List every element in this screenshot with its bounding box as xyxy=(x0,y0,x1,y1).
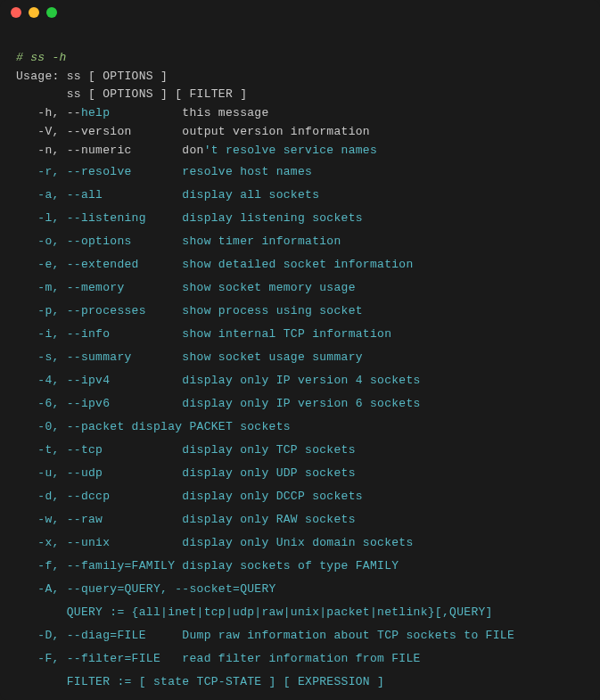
option-all: -a, --all display all sockets xyxy=(16,188,319,202)
option-raw: -w, --raw display only RAW sockets xyxy=(16,513,356,526)
usage-line-1: Usage: ss [ OPTIONS ] xyxy=(16,70,168,83)
option-help: -h, --help this message xyxy=(16,106,269,119)
option-info: -i, --info show internal TCP information xyxy=(16,327,391,341)
option-listening: -l, --listening display listening socket… xyxy=(16,211,363,225)
option-query-def: QUERY := {all|inet|tcp|udp|raw|unix|pack… xyxy=(16,605,493,619)
option-dccp: -d, --dccp display only DCCP sockets xyxy=(16,490,363,503)
option-summary: -s, --summary show socket usage summary xyxy=(16,350,363,364)
option-udp: -u, --udp display only UDP sockets xyxy=(16,466,356,480)
terminal-output: # ss -h Usage: ss [ OPTIONS ] ss [ OPTIO… xyxy=(0,25,600,700)
option-memory: -m, --memory show socket memory usage xyxy=(16,281,356,294)
option-filter-def: FILTER := [ state TCP-STATE ] [ EXPRESSI… xyxy=(16,675,384,688)
option-options: -o, --options show timer information xyxy=(16,235,341,248)
option-query: -A, --query=QUERY, --socket=QUERY xyxy=(16,582,276,596)
option-resolve: -r, --resolve resolve host names xyxy=(16,165,312,178)
option-ipv6: -6, --ipv6 display only IP version 6 soc… xyxy=(16,397,421,410)
option-family: -f, --family=FAMILY display sockets of t… xyxy=(16,559,399,572)
option-processes: -p, --processes show process using socke… xyxy=(16,304,363,317)
option-ipv4: -4, --ipv4 display only IP version 4 soc… xyxy=(16,374,421,387)
option-numeric: -n, --numeric don't resolve service name… xyxy=(16,144,377,157)
usage-line-2: ss [ OPTIONS ] [ FILTER ] xyxy=(16,87,247,101)
minimize-icon[interactable] xyxy=(29,7,39,18)
maximize-icon[interactable] xyxy=(46,7,57,18)
option-version: -V, --version output version information xyxy=(16,125,370,138)
command-prompt: # ss -h xyxy=(16,51,67,64)
titlebar xyxy=(0,0,600,25)
option-diag: -D, --diag=FILE Dump raw information abo… xyxy=(16,629,514,642)
close-icon[interactable] xyxy=(11,7,21,18)
option-filter: -F, --filter=FILE read filter informatio… xyxy=(16,652,421,665)
option-extended: -e, --extended show detailed socket info… xyxy=(16,258,414,271)
option-unix: -x, --unix display only Unix domain sock… xyxy=(16,536,414,549)
option-tcp: -t, --tcp display only TCP sockets xyxy=(16,443,356,457)
option-packet: -0, --packet display PACKET sockets xyxy=(16,420,291,433)
terminal-window: # ss -h Usage: ss [ OPTIONS ] ss [ OPTIO… xyxy=(0,0,600,700)
